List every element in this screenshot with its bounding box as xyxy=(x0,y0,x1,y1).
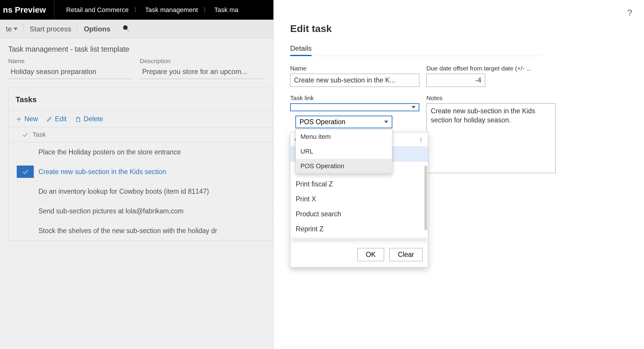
task-text: Place the Holiday posters on the store e… xyxy=(34,148,181,156)
task-link-label: Task link xyxy=(290,95,419,102)
breadcrumb-item[interactable]: Retail and Commerce xyxy=(66,6,129,14)
tasks-grid-header: Task xyxy=(9,127,272,142)
button-label: Edit xyxy=(55,115,67,123)
breadcrumb-item[interactable]: Task ma xyxy=(214,6,238,14)
notes-field[interactable]: Create new sub-section in the Kids secti… xyxy=(426,103,556,173)
button-label: Delete xyxy=(84,115,103,123)
row-select-marker[interactable] xyxy=(17,205,34,217)
description-label: Description xyxy=(140,58,263,65)
row-select-marker[interactable] xyxy=(17,166,34,178)
options-button[interactable]: Options xyxy=(77,20,117,38)
task-text: Send sub-section pictures at lola@fabrik… xyxy=(34,207,184,215)
svg-line-1 xyxy=(127,29,129,31)
breadcrumb: Retail and Commerce 〉 Task management 〉 … xyxy=(54,0,238,20)
svg-point-0 xyxy=(123,25,127,30)
table-row[interactable]: Send sub-section pictures at lola@fabrik… xyxy=(9,201,272,221)
row-select-marker[interactable] xyxy=(17,146,34,158)
tasks-toolbar: New Edit Delete xyxy=(9,111,272,127)
tab-underline xyxy=(290,56,543,56)
button-label: te xyxy=(6,25,12,33)
ok-button[interactable]: OK xyxy=(357,248,384,261)
clear-button[interactable]: Clear xyxy=(389,248,423,261)
task-link-combo[interactable] xyxy=(290,103,419,111)
chevron-down-icon xyxy=(411,106,416,109)
help-icon[interactable]: ? xyxy=(627,8,632,18)
link-type-option[interactable]: POS Operation xyxy=(296,159,392,173)
start-process-button[interactable]: Start process xyxy=(24,20,77,38)
table-row[interactable]: Create new sub-section in the Kids secti… xyxy=(9,162,272,182)
sort-asc-icon[interactable]: ↑ xyxy=(419,136,423,144)
task-text: Stock the shelves of the new sub-section… xyxy=(34,227,217,235)
result-item[interactable]: Print fiscal Z xyxy=(290,177,428,192)
search-icon[interactable] xyxy=(122,24,130,34)
tasks-card-title: Tasks xyxy=(9,88,272,111)
chevron-right-icon: 〉 xyxy=(203,6,209,14)
panel-title: Edit task xyxy=(290,23,644,34)
svg-rect-4 xyxy=(76,118,80,122)
link-type-option[interactable]: URL xyxy=(296,144,392,159)
link-type-options: Menu itemURLPOS Operation xyxy=(295,129,392,174)
chevron-right-icon: 〉 xyxy=(134,6,140,14)
due-date-label: Due date offset from target date (+/- ..… xyxy=(426,65,556,72)
delete-button[interactable]: Delete xyxy=(75,115,103,123)
table-row[interactable]: Stock the shelves of the new sub-section… xyxy=(9,221,272,241)
button-label: New xyxy=(24,115,38,123)
table-row[interactable]: Do an inventory lookup for Cowboy boots … xyxy=(9,182,272,201)
due-date-field[interactable]: -4 xyxy=(426,74,485,87)
app-title: ns Preview xyxy=(0,0,54,20)
link-type-value: POS Operation xyxy=(300,118,345,126)
chevron-down-icon xyxy=(14,28,18,30)
name-field[interactable]: Create new sub-section in the K... xyxy=(290,74,419,87)
scrollbar-thumb[interactable] xyxy=(424,166,427,230)
result-item[interactable]: Product search xyxy=(290,207,428,222)
checkmark-icon[interactable] xyxy=(21,131,28,138)
column-task[interactable]: Task xyxy=(33,131,46,139)
link-type-select[interactable]: POS Operation xyxy=(295,116,392,128)
name-field[interactable]: Holiday season preparation xyxy=(8,66,132,79)
delete-button[interactable]: te xyxy=(0,20,23,38)
edit-task-panel: ? Edit task Details Name Create new sub-… xyxy=(273,0,644,349)
description-field[interactable]: Prepare you store for an upcom... xyxy=(140,66,263,79)
task-text: Do an inventory lookup for Cowboy boots … xyxy=(34,188,209,195)
link-type-option[interactable]: Menu item xyxy=(296,129,392,144)
task-text: Create new sub-section in the Kids secti… xyxy=(34,168,166,176)
result-item[interactable]: Reprint Z xyxy=(290,222,428,237)
edit-button[interactable]: Edit xyxy=(46,115,67,123)
new-button[interactable]: New xyxy=(16,115,38,123)
tasks-card: Tasks New Edit Delete Task Place the Hol… xyxy=(8,88,273,241)
breadcrumb-item[interactable]: Task management xyxy=(145,6,198,14)
result-item[interactable]: Print X xyxy=(290,192,428,207)
table-row[interactable]: Place the Holiday posters on the store e… xyxy=(9,142,272,162)
horizontal-scrollbar[interactable] xyxy=(292,238,427,242)
tab-details[interactable]: Details xyxy=(290,44,312,56)
row-select-marker[interactable] xyxy=(17,225,34,237)
name-label: Name xyxy=(8,58,132,65)
row-select-marker[interactable] xyxy=(17,185,34,198)
notes-label: Notes xyxy=(426,95,556,102)
chevron-down-icon xyxy=(384,121,388,123)
name-label: Name xyxy=(290,65,419,72)
